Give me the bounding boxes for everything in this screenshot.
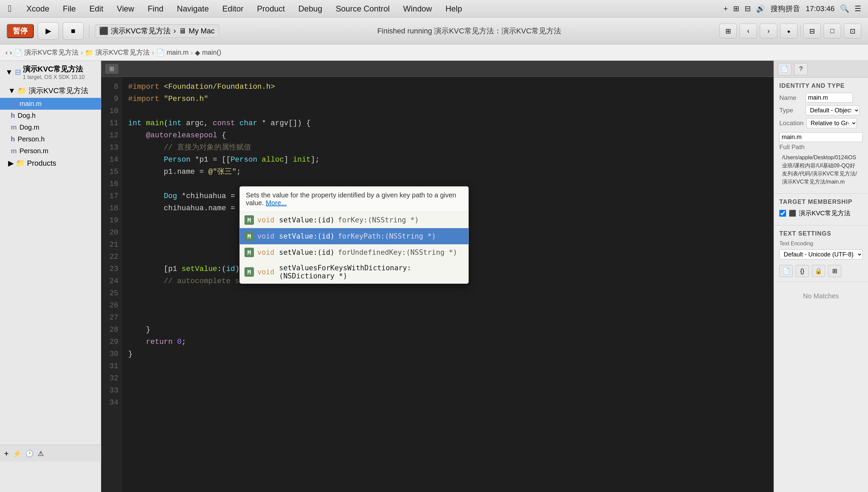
- sidebar-project-header[interactable]: ▼ ⊟ 演示KVC常见方法 1 target, OS X SDK 10.10: [0, 61, 101, 84]
- target-membership-title: Target Membership: [779, 198, 863, 205]
- autocomplete-item-0[interactable]: M void setValue:(id) forKey:(NSString *): [240, 212, 468, 228]
- breadcrumb-item-2[interactable]: main.m: [166, 49, 189, 56]
- menu-source-control[interactable]: Source Control: [329, 4, 397, 14]
- scheme-icon: ⬛: [99, 27, 108, 35]
- editor-area[interactable]: ⊞ 8 9 10 11 12 13 14 15 16 17 18 19 20 2…: [101, 61, 773, 492]
- filter-btn[interactable]: ⚡: [13, 449, 21, 458]
- file-name-dog-h: Dog.h: [18, 112, 35, 120]
- sidebar-item-person-m[interactable]: m Person.m: [0, 145, 101, 157]
- project-name: 演示KVC常见方法: [23, 64, 85, 74]
- search-icon[interactable]: 🔍: [840, 4, 849, 13]
- quick-help-btn[interactable]: ?: [794, 63, 808, 75]
- ac-method-1: setValue:(id): [279, 232, 335, 240]
- text-settings-icons: 📄 {} 🔒 ⊞: [779, 265, 863, 277]
- autocomplete-item-1[interactable]: M void setValue:(id) forKeyPath:(NSStrin…: [240, 228, 468, 244]
- autocomplete-more-link[interactable]: More...: [266, 199, 287, 206]
- target-icon-square: ⬛: [789, 210, 796, 217]
- text-settings-lock-btn[interactable]: 🔒: [812, 265, 825, 277]
- add-file-btn[interactable]: +: [4, 449, 9, 458]
- sidebar-item-main-m[interactable]: m main.m: [0, 98, 101, 110]
- sidebar-item-dog-h[interactable]: h Dog.h: [0, 110, 101, 122]
- debug-toggle[interactable]: □: [823, 24, 841, 39]
- group-expand-icon: ▼: [8, 87, 16, 95]
- menu-product[interactable]: Product: [250, 4, 292, 14]
- text-encoding-select[interactable]: Default - Unicode (UTF-8): [779, 249, 863, 260]
- name-label: Name: [779, 94, 803, 102]
- clock: 17:03:46: [806, 4, 835, 13]
- menu-help[interactable]: Help: [439, 4, 469, 14]
- sidebar-group-main[interactable]: ▼ 📁 演示KVC常见方法: [0, 84, 101, 98]
- navigator-toggle[interactable]: ⊟: [803, 24, 821, 39]
- sidebar-item-dog-m[interactable]: m Dog.m: [0, 122, 101, 133]
- stop-button[interactable]: 暂停: [7, 24, 34, 38]
- products-label: Products: [27, 159, 56, 168]
- type-label: Type: [779, 107, 803, 114]
- split-view-btn[interactable]: ⊞: [719, 24, 737, 39]
- breadcrumb-item-0[interactable]: 演示KVC常见方法: [24, 48, 79, 57]
- target-membership-section: Target Membership ⬛ 演示KVC常见方法: [774, 194, 868, 225]
- sidebar-item-person-h[interactable]: h Person.h: [0, 133, 101, 145]
- build-stop-button[interactable]: ■: [63, 22, 84, 40]
- status-text: Finished running 演示KVC常见方法：演示KVC常见方法: [223, 26, 715, 36]
- name-row: Name: [779, 93, 863, 103]
- text-settings-code-btn[interactable]: {}: [795, 265, 809, 277]
- type-row: Type Default - Objective-C So...: [779, 105, 863, 116]
- list-icon[interactable]: ☰: [854, 4, 861, 13]
- menu-file[interactable]: File: [56, 4, 83, 14]
- file-m-icon: m: [11, 123, 17, 131]
- text-settings-doc-btn[interactable]: 📄: [779, 265, 793, 277]
- scheme-selector[interactable]: ⬛ 演示KVC常见方法 › 🖥 My Mac: [95, 24, 219, 38]
- text-encoding-label: Text Encoding: [779, 241, 813, 247]
- ac-type-2: void: [257, 248, 274, 256]
- ac-param-0: forKey:(NSString *): [338, 216, 419, 224]
- warning-btn[interactable]: ⚠: [38, 449, 44, 458]
- menu-debug[interactable]: Debug: [292, 4, 329, 14]
- autocomplete-item-2[interactable]: M void setValue:(id) forUndefinedKey:(NS…: [240, 244, 468, 261]
- ac-badge-0: M: [244, 215, 254, 225]
- ac-param-2: forUndefinedKey:(NSString *): [338, 248, 457, 256]
- nav-next-btn[interactable]: ›: [10, 49, 12, 56]
- input-method[interactable]: 搜狗拼音: [770, 4, 800, 14]
- code-area[interactable]: 8 9 10 11 12 13 14 15 16 17 18 19 20 21 …: [101, 77, 773, 492]
- name-input[interactable]: [806, 93, 853, 103]
- location-row: Location Relative to Group: [779, 118, 863, 128]
- menu-editor[interactable]: Editor: [215, 4, 250, 14]
- code-content[interactable]: #import <Foundation/Foundation.h> #impor…: [122, 77, 773, 492]
- grid-view-btn[interactable]: ⊞: [105, 64, 119, 74]
- recent-btn[interactable]: 🕐: [25, 449, 34, 458]
- editor-tab-bar: ⊞: [101, 61, 773, 77]
- ac-badge-3: M: [244, 267, 254, 277]
- utilities-toggle[interactable]: ⊡: [844, 24, 861, 39]
- nav-prev-btn[interactable]: ‹: [5, 49, 8, 56]
- run-button[interactable]: ▶: [38, 22, 59, 40]
- back-btn[interactable]: ‹: [739, 24, 757, 39]
- target-name: 演示KVC常见方法: [799, 209, 850, 218]
- battery-icon: +: [724, 4, 728, 13]
- breakpoint-btn[interactable]: ⬥: [780, 24, 797, 39]
- breadcrumb-sep-0: ›: [81, 49, 83, 56]
- breadcrumb-item-1[interactable]: 演示KVC常见方法: [96, 48, 150, 57]
- airplay-icon: ⊟: [744, 4, 751, 13]
- menu-edit[interactable]: Edit: [83, 4, 110, 14]
- menu-window[interactable]: Window: [397, 4, 439, 14]
- sidebar-group-products[interactable]: ▶ 📁 Products: [0, 157, 101, 170]
- menu-xcode[interactable]: Xcode: [20, 4, 56, 14]
- location-select[interactable]: Relative to Group: [806, 118, 857, 128]
- breadcrumb-item-3[interactable]: main(): [202, 49, 221, 56]
- text-settings-grid-btn[interactable]: ⊞: [828, 265, 841, 277]
- target-checkbox[interactable]: [779, 210, 786, 217]
- type-select[interactable]: Default - Objective-C So...: [806, 105, 860, 116]
- menu-view[interactable]: View: [110, 4, 141, 14]
- menu-navigate[interactable]: Navigate: [170, 4, 216, 14]
- main-area: ▼ ⊟ 演示KVC常见方法 1 target, OS X SDK 10.10 ▼…: [0, 61, 868, 492]
- ac-type-0: void: [257, 216, 274, 224]
- menu-find[interactable]: Find: [141, 4, 170, 14]
- breadcrumb: ‹ › 📄 演示KVC常见方法 › 📁 演示KVC常见方法 › 📄 main.m…: [0, 45, 868, 61]
- text-settings-title: Text Settings: [779, 230, 863, 237]
- autocomplete-popup[interactable]: Sets the value for the property identifi…: [239, 186, 469, 284]
- forward-btn[interactable]: ›: [760, 24, 777, 39]
- file-inspector-btn[interactable]: 📄: [778, 63, 791, 75]
- autocomplete-item-3[interactable]: M void setValuesForKeysWithDictionary:(N…: [240, 261, 468, 284]
- filename-input[interactable]: [779, 132, 863, 142]
- apple-menu[interactable]: : [0, 3, 20, 14]
